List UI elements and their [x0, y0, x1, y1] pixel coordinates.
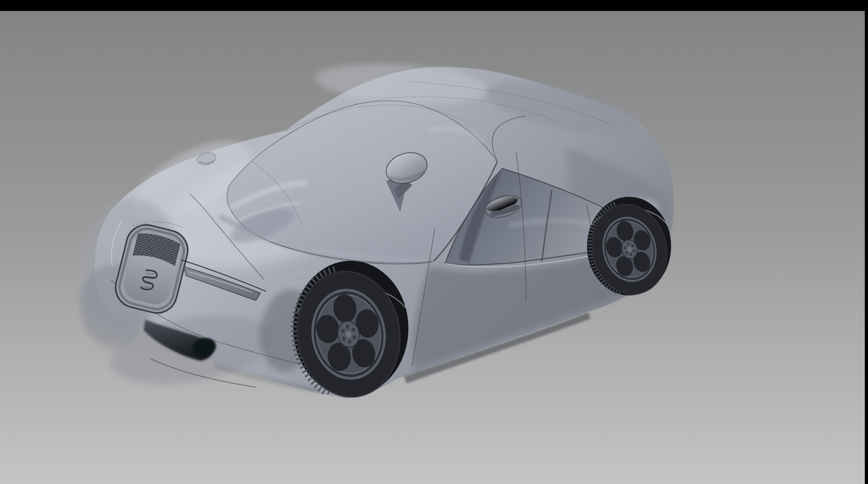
- screenshot-root: [0, 0, 868, 484]
- top-letterbox-bar: [0, 0, 868, 11]
- 3d-viewport[interactable]: [0, 11, 865, 484]
- right-letterbox-bar: [865, 0, 868, 484]
- car-render: [0, 11, 865, 484]
